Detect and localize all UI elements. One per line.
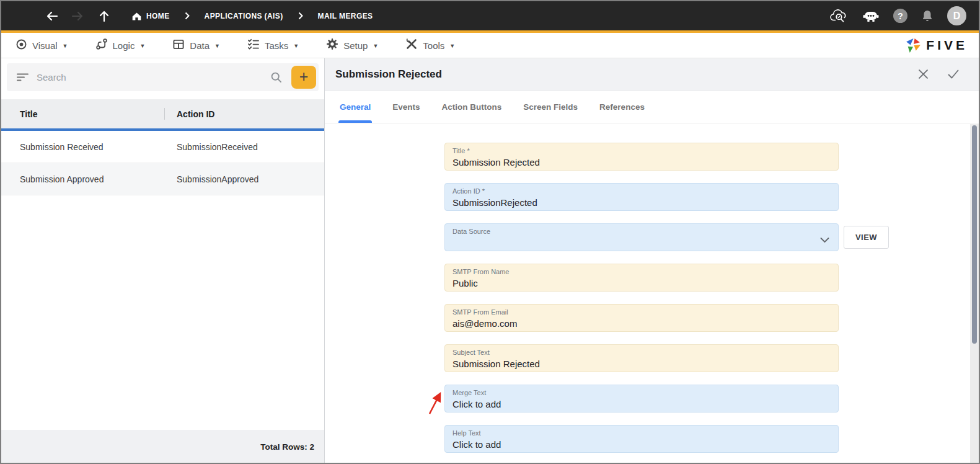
menu-logic[interactable]: Logic ▼ bbox=[95, 38, 146, 53]
column-header-title[interactable]: Title bbox=[1, 109, 164, 119]
menu-visual[interactable]: Visual ▼ bbox=[15, 38, 68, 53]
setup-icon bbox=[326, 38, 338, 53]
field-value: Submission Rejected bbox=[452, 358, 831, 370]
cell-action-id: SubmissionReceived bbox=[164, 142, 324, 152]
search-area: + bbox=[1, 58, 324, 91]
record-header: Submission Rejected bbox=[325, 58, 979, 91]
table-footer: Total Rows: 2 bbox=[1, 431, 324, 463]
chevron-down-icon[interactable] bbox=[820, 234, 829, 246]
nav-right-group: ? D bbox=[830, 6, 966, 25]
tab-general[interactable]: General bbox=[340, 91, 371, 123]
mail-merge-list-panel: + Title Action ID Submission Received Su… bbox=[1, 58, 325, 463]
menu-tools[interactable]: Tools ▼ bbox=[405, 38, 455, 53]
caret-down-icon: ▼ bbox=[449, 43, 455, 49]
tab-screen-fields[interactable]: Screen Fields bbox=[523, 91, 578, 123]
menu-setup-label: Setup bbox=[343, 40, 368, 51]
form-content: Title * Submission Rejected Action ID * … bbox=[325, 123, 979, 463]
field-value: SubmissionRejected bbox=[452, 197, 831, 208]
nav-left-group: HOME APPLICATIONS (AIS) MAIL MERGES bbox=[1, 10, 373, 22]
scrollbar-track[interactable] bbox=[970, 124, 979, 463]
chevron-right-icon bbox=[185, 12, 190, 20]
menu-tools-label: Tools bbox=[423, 40, 444, 51]
tab-events[interactable]: Events bbox=[392, 91, 420, 123]
breadcrumb-home[interactable]: HOME bbox=[146, 12, 170, 20]
tab-bar: General Events Action Buttons Screen Fie… bbox=[325, 91, 979, 123]
field-label: SMTP From Name bbox=[452, 268, 831, 276]
field-value: Submission Rejected bbox=[452, 156, 831, 168]
five-pinwheel-icon bbox=[905, 37, 922, 54]
field-label: Action ID * bbox=[452, 187, 831, 195]
field-subject-text[interactable]: Subject Text Submission Rejected bbox=[444, 344, 839, 372]
cloud-search-icon[interactable] bbox=[830, 9, 849, 23]
table-row[interactable]: Submission Received SubmissionReceived bbox=[1, 131, 324, 163]
menu-data-label: Data bbox=[190, 40, 210, 51]
home-icon[interactable] bbox=[131, 11, 142, 21]
caret-down-icon: ▼ bbox=[373, 43, 378, 49]
field-label: SMTP From Email bbox=[452, 308, 831, 316]
field-merge-text[interactable]: Merge Text Click to add bbox=[444, 385, 839, 413]
menu-tasks[interactable]: Tasks ▼ bbox=[247, 38, 299, 53]
field-title[interactable]: Title * Submission Rejected bbox=[444, 143, 839, 171]
search-box[interactable]: + bbox=[7, 63, 319, 91]
menu-logic-label: Logic bbox=[113, 40, 135, 51]
five-logo: FIVE bbox=[905, 37, 968, 54]
search-icon[interactable] bbox=[270, 71, 283, 84]
up-icon[interactable] bbox=[99, 10, 110, 22]
menu-data[interactable]: Data ▼ bbox=[172, 38, 220, 53]
field-value: Click to add bbox=[452, 398, 831, 410]
assistant-icon[interactable] bbox=[862, 9, 880, 23]
forward-icon[interactable] bbox=[71, 10, 84, 22]
top-navbar: HOME APPLICATIONS (AIS) MAIL MERGES bbox=[1, 1, 979, 30]
breadcrumb-applications[interactable]: APPLICATIONS (AIS) bbox=[205, 12, 283, 20]
five-logo-text: FIVE bbox=[926, 38, 968, 53]
tab-action-buttons[interactable]: Action Buttons bbox=[442, 91, 502, 123]
tools-icon bbox=[405, 38, 418, 53]
avatar[interactable]: D bbox=[947, 6, 966, 25]
field-value: ais@demo.com bbox=[452, 318, 831, 329]
caret-down-icon: ▼ bbox=[293, 43, 299, 49]
cell-action-id: SubmissionApproved bbox=[164, 174, 324, 184]
field-smtp-from-email[interactable]: SMTP From Email ais@demo.com bbox=[444, 304, 839, 332]
tab-references[interactable]: References bbox=[599, 91, 645, 123]
table-row[interactable]: Submission Approved SubmissionApproved bbox=[1, 163, 324, 195]
record-actions bbox=[917, 68, 960, 80]
notifications-icon[interactable] bbox=[921, 9, 934, 22]
cell-title: Submission Approved bbox=[1, 174, 164, 184]
field-label: Merge Text bbox=[452, 389, 831, 397]
menu-tasks-label: Tasks bbox=[265, 40, 288, 51]
field-data-source[interactable]: Data Source bbox=[444, 223, 839, 251]
hamburger-icon[interactable] bbox=[16, 11, 30, 21]
record-detail-panel: Submission Rejected General Events Actio… bbox=[325, 58, 979, 463]
view-button[interactable]: VIEW bbox=[844, 226, 889, 249]
cell-title: Submission Received bbox=[1, 142, 164, 152]
annotation-arrow-icon bbox=[426, 391, 443, 419]
save-check-icon[interactable] bbox=[947, 68, 960, 80]
field-action-id[interactable]: Action ID * SubmissionRejected bbox=[444, 183, 839, 211]
data-source-row: Data Source VIEW bbox=[444, 223, 979, 251]
menu-bar: Visual ▼ Logic ▼ Data ▼ bbox=[1, 33, 979, 58]
add-record-button[interactable]: + bbox=[291, 66, 316, 89]
field-label: Subject Text bbox=[452, 349, 831, 357]
total-rows-label: Total Rows: 2 bbox=[260, 442, 314, 452]
data-icon bbox=[172, 38, 185, 53]
help-icon[interactable]: ? bbox=[893, 9, 907, 23]
breadcrumb-mail-merges[interactable]: MAIL MERGES bbox=[318, 12, 373, 20]
logic-icon bbox=[95, 38, 108, 53]
tasks-icon bbox=[247, 38, 260, 53]
close-icon[interactable] bbox=[917, 68, 929, 80]
field-help-text[interactable]: Help Text Click to add bbox=[444, 425, 839, 453]
filter-icon[interactable] bbox=[17, 73, 29, 82]
record-title: Submission Rejected bbox=[335, 68, 442, 81]
chevron-right-icon bbox=[298, 12, 303, 20]
column-header-action-id[interactable]: Action ID bbox=[164, 109, 324, 119]
app-window: HOME APPLICATIONS (AIS) MAIL MERGES bbox=[0, 0, 980, 464]
menu-visual-label: Visual bbox=[32, 40, 58, 51]
merge-text-wrap: Merge Text Click to add bbox=[444, 385, 979, 413]
scrollbar-thumb[interactable] bbox=[972, 125, 977, 344]
menu-setup[interactable]: Setup ▼ bbox=[326, 38, 378, 53]
table-header: Title Action ID bbox=[1, 99, 324, 128]
main-area: + Title Action ID Submission Received Su… bbox=[1, 58, 979, 463]
search-input[interactable] bbox=[37, 72, 270, 83]
back-icon[interactable] bbox=[45, 10, 59, 22]
field-smtp-from-name[interactable]: SMTP From Name Public bbox=[444, 264, 839, 292]
